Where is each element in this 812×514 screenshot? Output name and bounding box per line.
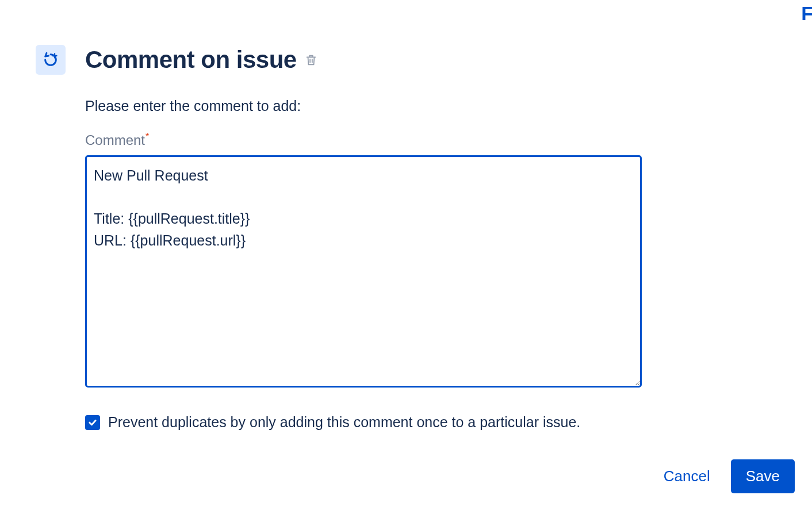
page-title: Comment on issue xyxy=(85,46,297,74)
title-row: Comment on issue xyxy=(85,46,317,74)
refresh-plus-icon xyxy=(43,52,59,68)
form-content: Please enter the comment to add: Comment… xyxy=(85,98,642,431)
partial-edge-text: F xyxy=(801,2,812,25)
header-row: Comment on issue xyxy=(36,45,812,75)
comment-label-text: Comment xyxy=(85,132,145,148)
comment-textarea[interactable] xyxy=(85,155,642,388)
instruction-text: Please enter the comment to add: xyxy=(85,98,642,114)
checkmark-icon xyxy=(87,417,98,428)
cancel-button[interactable]: Cancel xyxy=(661,463,713,490)
checkbox-label: Prevent duplicates by only adding this c… xyxy=(108,414,580,431)
action-icon-box xyxy=(36,45,66,75)
save-button[interactable]: Save xyxy=(731,459,795,493)
form-container: Comment on issue Please enter the commen… xyxy=(0,0,812,431)
checkbox-row: Prevent duplicates by only adding this c… xyxy=(85,414,642,431)
button-row: Cancel Save xyxy=(661,459,795,493)
prevent-duplicates-checkbox[interactable] xyxy=(85,415,100,430)
trash-icon[interactable] xyxy=(305,53,317,67)
required-asterisk: * xyxy=(145,132,149,141)
comment-field-label: Comment* xyxy=(85,132,642,148)
